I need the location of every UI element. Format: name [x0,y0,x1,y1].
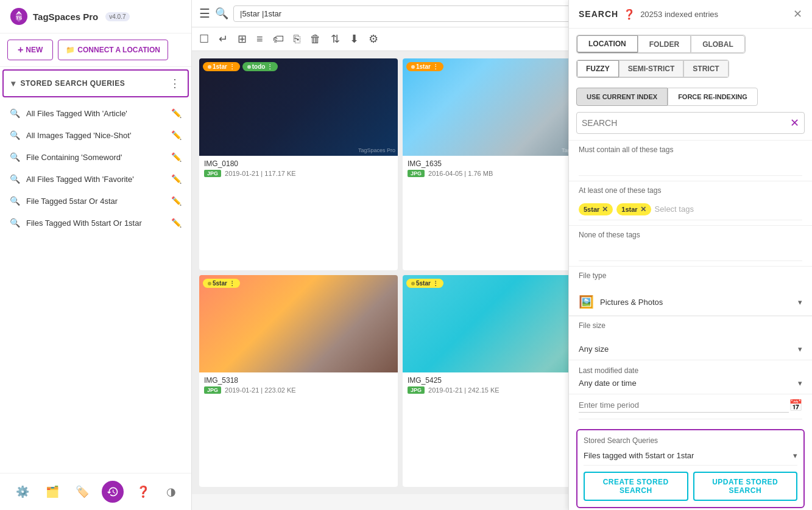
help-icon[interactable]: ❓ [133,481,154,502]
remove-5star-button[interactable]: ✕ [602,205,608,214]
last-modified-select[interactable]: Any date or time ▾ [579,379,802,388]
edit-icon[interactable]: ✏️ [171,152,182,162]
stored-search-label: Stored Search Queries [584,436,797,445]
tab-semi-strict[interactable]: SEMI-STRICT [619,60,684,77]
use-current-index-button[interactable]: USE CURRENT INDEX [576,88,668,106]
back-icon[interactable]: ↵ [219,32,228,46]
query-list: 🔍 All Files Tagged With 'Article' ✏️ 🔍 A… [0,100,191,236]
svg-text:TS: TS [16,15,23,21]
last-modified-value: Any date or time [579,379,637,388]
menu-icon[interactable]: ☰ [199,6,210,21]
search-input[interactable] [582,118,790,128]
calendar-icon[interactable]: 📅 [789,399,802,412]
create-stored-search-button[interactable]: CREATE STORED SEARCH [584,472,688,501]
query-label: File Containing 'Someword' [26,153,122,162]
update-stored-search-button[interactable]: UPDATE STORED SEARCH [693,472,798,501]
main-content: ☰ 🔍 |5star |1star ☐ ↵ ⊞ ≡ 🏷 ⎘ 🗑 ⇅ ⬇ ⚙ 1s… [192,0,812,510]
list-item[interactable]: 🔍 All Files Tagged With 'Favorite' ✏️ [0,168,191,190]
import-icon[interactable]: ⬇ [350,32,359,46]
file-type-section: File type [569,266,812,288]
tag-icon[interactable]: 🏷️ [72,481,93,502]
format-badge: JPG [408,386,425,394]
location-tab-group: LOCATION FOLDER GLOBAL [576,35,746,54]
list-item[interactable]: 🔍 File Containing 'Someword' ✏️ [0,146,191,168]
format-badge: JPG [204,170,221,177]
file-size-label: File size [579,321,802,330]
tag-select-placeholder[interactable]: Select tags [655,204,694,214]
remove-1star-button[interactable]: ✕ [640,205,646,214]
file-meta: JPG 2019-01-21 | 117.17 KE [204,170,393,177]
list-item[interactable]: 🔍 Files Tagged With 5start Or 1star ✏️ [0,212,191,234]
pictures-icon: 🖼️ [579,295,594,309]
edit-icon[interactable]: ✏️ [171,196,182,206]
file-date-size: 2019-01-21 | 223.02 KE [225,386,296,394]
settings-icon[interactable]: ⚙ [369,32,378,46]
panel-title-row: SEARCH ❓ 20253 indexed entries [579,9,718,20]
list-view-icon[interactable]: ≡ [256,33,263,46]
edit-icon[interactable]: ✏️ [171,130,182,140]
search-icon: 🔍 [10,218,20,228]
settings-icon[interactable]: ⚙️ [12,481,33,502]
force-reindex-button[interactable]: FORCE RE-INDEXING [668,88,758,106]
table-row[interactable]: 5star ⋮ IMG_5318 JPG 2019-01-21 | 223.02… [199,275,398,487]
at-least-one-tags-row[interactable]: 5star ✕ 1star ✕ Select tags [579,198,802,220]
tag-5star[interactable]: 5star ✕ [579,203,613,215]
query-label: All Images Tagged 'Nice-Shot' [26,131,131,140]
file-size-select[interactable]: Any size ▾ [569,338,812,360]
close-icon[interactable]: ✕ [793,7,802,21]
edit-icon[interactable]: ✏️ [171,218,182,228]
connect-location-button[interactable]: 📁 CONNECT A LOCATION [58,40,168,60]
time-period-section: 📅 [579,398,802,419]
tag-list: 5star ⋮ [203,279,240,288]
list-item[interactable]: 🔍 All Images Tagged 'Nice-Shot' ✏️ [0,124,191,146]
file-type-select[interactable]: 🖼️ Pictures & Photos ▾ [569,288,812,316]
search-mode-tabs: FUZZY SEMI-STRICT STRICT [569,54,812,84]
stored-search-select[interactable]: Files tagged with 5start or 1star ▾ [584,449,797,466]
filename: IMG_5318 [204,376,393,385]
edit-icon[interactable]: ✏️ [171,174,182,184]
tag-list: 1star ⋮ todo ⋮ [203,62,278,71]
table-row[interactable]: 1star ⋮ todo ⋮ TagSpaces Pro IMG_0180 JP… [199,58,398,270]
contrast-icon[interactable]: ◑ [163,481,180,502]
search-icon: 🔍 [10,196,20,206]
time-period-input[interactable] [579,398,789,413]
tab-location[interactable]: LOCATION [577,35,638,53]
sort-icon[interactable]: ⇅ [331,32,340,46]
tag-icon[interactable]: 🏷 [273,33,284,46]
search-icon: 🔍 [10,174,20,184]
more-options-icon[interactable]: ⋮ [169,77,180,90]
format-badge: JPG [204,386,221,394]
new-button[interactable]: + NEW [7,40,53,60]
info-icon[interactable]: ❓ [623,9,635,20]
list-item[interactable]: 🔍 All Files Tagged With 'Article' ✏️ [0,102,191,124]
select-all-icon[interactable]: ☐ [199,32,209,46]
file-info: IMG_0180 JPG 2019-01-21 | 117.17 KE [199,156,398,181]
search-icon: 🔍 [10,108,20,118]
list-item[interactable]: 🔍 File Tagged 5star Or 4star ✏️ [0,190,191,212]
history-icon[interactable] [102,481,124,503]
query-label: All Files Tagged With 'Article' [26,109,127,118]
folder-icon[interactable]: 🗂️ [42,481,63,502]
none-of-these-label: None of these tags [579,231,802,239]
sidebar-actions: + NEW 📁 CONNECT A LOCATION [0,33,191,67]
search-mode-group: FUZZY SEMI-STRICT STRICT [576,60,729,78]
tag-list: 5star ⋮ [406,279,443,288]
tag-1star[interactable]: 1star ✕ [616,203,651,215]
search-icon[interactable]: 🔍 [215,7,228,20]
tag: 1star ⋮ [406,62,443,71]
tag: 5star ⋮ [406,279,443,288]
at-least-one-label: At least one of these tags [579,186,802,195]
none-of-these-tags-row [579,243,802,261]
copy-icon[interactable]: ⎘ [294,33,300,46]
panel-title: SEARCH [579,9,618,19]
tab-global[interactable]: GLOBAL [691,35,745,53]
edit-icon[interactable]: ✏️ [171,108,182,118]
tab-folder[interactable]: FOLDER [638,35,691,53]
delete-icon[interactable]: 🗑 [310,33,321,46]
clear-search-button[interactable]: ✕ [790,116,799,130]
tab-strict[interactable]: STRICT [683,60,728,77]
stored-queries-label: STORED SEARCH QUERIES [21,79,125,88]
grid-view-icon[interactable]: ⊞ [238,32,247,46]
search-query-text: |5star |1star [240,9,281,18]
tab-fuzzy[interactable]: FUZZY [577,60,619,77]
